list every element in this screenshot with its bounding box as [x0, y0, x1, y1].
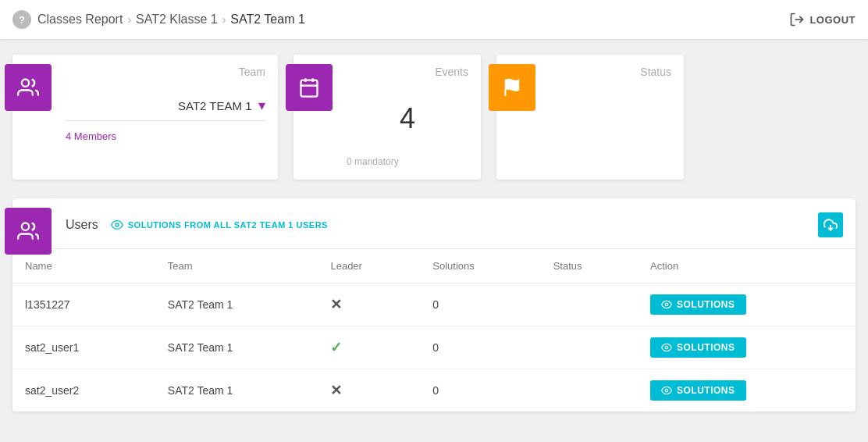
row1-name: l1351227 — [12, 283, 155, 326]
svg-point-1 — [22, 80, 29, 87]
download-icon — [824, 218, 838, 232]
header-left: ? Classes Report › SAT2 Klasse 1 › SAT2 … — [12, 10, 789, 29]
row1-action: SOLUTIONS — [638, 283, 856, 326]
row1-team: SAT2 Team 1 — [155, 283, 318, 326]
eye-icon — [111, 219, 123, 231]
row1-leader: ✕ — [318, 283, 420, 326]
row3-team: SAT2 Team 1 — [155, 369, 318, 412]
col-action: Action — [638, 249, 856, 283]
row2-solutions-button[interactable]: SOLUTIONS — [650, 337, 746, 358]
solutions-link-text: SOLUTIONS FROM ALL SAT2 TEAM 1 USERS — [128, 220, 328, 230]
breadcrumb-sat2-team[interactable]: SAT2 Team 1 — [230, 12, 304, 27]
users-section-users-icon — [17, 220, 39, 242]
row3-leader: ✕ — [318, 369, 420, 412]
row1-eye-icon — [661, 299, 672, 310]
col-team: Team — [155, 249, 318, 283]
team-label: Team — [66, 62, 265, 78]
svg-point-12 — [665, 389, 668, 392]
svg-rect-2 — [301, 80, 318, 97]
row2-action: SOLUTIONS — [638, 326, 856, 369]
row2-leader: ✓ — [318, 326, 420, 369]
row2-status — [541, 326, 638, 369]
table-body: l1351227 SAT2 Team 1 ✕ 0 SOLUTIONS — [12, 283, 856, 412]
breadcrumb-classes-report[interactable]: Classes Report — [37, 12, 123, 27]
team-card-body: Team SAT2 TEAM 1 ▾ 4 Members — [12, 55, 278, 180]
table-header: Name Team Leader Solutions Status Action — [12, 249, 856, 283]
status-card: Status — [496, 55, 684, 180]
svg-point-11 — [665, 346, 668, 349]
help-icon[interactable]: ? — [12, 10, 31, 29]
events-card: Events 4 0 mandatory — [293, 55, 481, 180]
row1-solutions: 0 — [420, 283, 540, 326]
leader-x-icon: ✕ — [330, 297, 342, 312]
logout-button[interactable]: LOGOUT — [789, 12, 856, 27]
logout-label: LOGOUT — [809, 14, 856, 26]
row3-action: SOLUTIONS — [638, 369, 856, 412]
team-select-row: SAT2 TEAM 1 ▾ — [66, 97, 265, 121]
cards-row: Team SAT2 TEAM 1 ▾ 4 Members — [12, 55, 856, 180]
svg-point-7 — [22, 223, 29, 230]
row1-status — [541, 283, 638, 326]
team-members-count: 4 Members — [66, 130, 265, 142]
header: ? Classes Report › SAT2 Klasse 1 › SAT2 … — [0, 0, 868, 39]
status-label: Status — [550, 62, 671, 78]
row3-eye-icon — [661, 385, 672, 396]
row2-eye-icon — [661, 342, 672, 353]
download-button[interactable] — [818, 212, 843, 237]
main-content: Team SAT2 TEAM 1 ▾ 4 Members — [0, 39, 868, 427]
leader-check-icon: ✓ — [330, 340, 342, 355]
row2-team: SAT2 Team 1 — [155, 326, 318, 369]
row3-name: sat2_user2 — [12, 369, 155, 412]
users-icon — [17, 77, 39, 98]
events-label: Events — [347, 62, 468, 78]
events-mandatory: 0 mandatory — [347, 156, 468, 167]
users-title: Users — [66, 218, 98, 232]
solutions-all-link[interactable]: SOLUTIONS FROM ALL SAT2 TEAM 1 USERS — [111, 219, 328, 231]
logout-icon — [789, 12, 805, 27]
events-count: 4 — [347, 84, 468, 153]
col-leader: Leader — [318, 249, 420, 283]
team-card-icon — [5, 64, 52, 111]
dropdown-arrow-icon: ▾ — [258, 97, 265, 114]
row1-solutions-button[interactable]: SOLUTIONS — [650, 294, 746, 315]
table-row: sat2_user2 SAT2 Team 1 ✕ 0 SOLUTIONS — [12, 369, 856, 412]
team-card: Team SAT2 TEAM 1 ▾ 4 Members — [12, 55, 278, 180]
row3-status — [541, 369, 638, 412]
breadcrumb-sat2-klasse[interactable]: SAT2 Klasse 1 — [136, 12, 218, 27]
table-row: l1351227 SAT2 Team 1 ✕ 0 SOLUTIONS — [12, 283, 856, 326]
row2-solutions: 0 — [420, 326, 540, 369]
status-card-icon — [489, 64, 535, 111]
calendar-icon — [298, 77, 320, 98]
svg-point-8 — [116, 223, 119, 226]
breadcrumb: Classes Report › SAT2 Klasse 1 › SAT2 Te… — [37, 12, 305, 27]
breadcrumb-sep-1: › — [127, 13, 131, 26]
row3-solutions: 0 — [420, 369, 540, 412]
table-header-row: Name Team Leader Solutions Status Action — [12, 249, 856, 283]
header-right: LOGOUT — [789, 12, 856, 27]
users-section: Users SOLUTIONS FROM ALL SAT2 TEAM 1 USE… — [12, 198, 856, 412]
col-status: Status — [541, 249, 638, 283]
users-header: Users SOLUTIONS FROM ALL SAT2 TEAM 1 USE… — [12, 198, 856, 249]
users-section-icon — [5, 208, 52, 255]
users-table: Name Team Leader Solutions Status Action… — [12, 249, 856, 412]
events-card-icon — [286, 64, 333, 111]
row2-name: sat2_user1 — [12, 326, 155, 369]
team-select[interactable]: SAT2 TEAM 1 — [178, 99, 255, 112]
row2-solutions-label: SOLUTIONS — [677, 342, 735, 353]
leader-x-icon: ✕ — [330, 383, 342, 398]
svg-point-10 — [665, 303, 668, 306]
row1-solutions-label: SOLUTIONS — [677, 299, 735, 310]
table-row: sat2_user1 SAT2 Team 1 ✓ 0 SOLUTIONS — [12, 326, 856, 369]
row3-solutions-label: SOLUTIONS — [677, 385, 735, 396]
col-solutions: Solutions — [420, 249, 540, 283]
breadcrumb-sep-2: › — [222, 13, 226, 26]
row3-solutions-button[interactable]: SOLUTIONS — [650, 380, 746, 401]
flag-icon — [502, 77, 522, 98]
